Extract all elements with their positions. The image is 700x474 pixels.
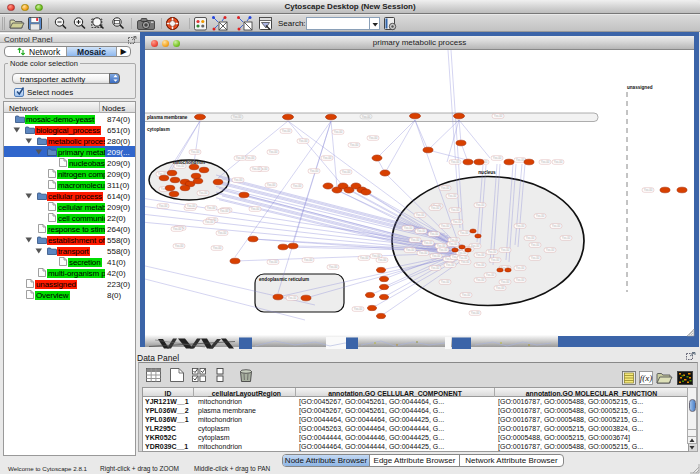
svg-text:Yxx-00: Yxx-00	[369, 136, 378, 140]
svg-text:Yxx-00: Yxx-00	[323, 156, 332, 160]
svg-text:Yxx-00: Yxx-00	[334, 130, 343, 134]
svg-text:Yxx-00: Yxx-00	[446, 263, 455, 267]
svg-text:Yxx-00: Yxx-00	[501, 280, 510, 284]
svg-text:Yxx-00: Yxx-00	[411, 238, 420, 242]
svg-text:Yxx-00: Yxx-00	[236, 156, 245, 160]
svg-text:Yxx-00: Yxx-00	[451, 208, 460, 212]
svg-text:Yxx-00: Yxx-00	[541, 160, 550, 164]
svg-text:Yxx-00: Yxx-00	[451, 160, 460, 164]
svg-text:nucleus: nucleus	[478, 170, 496, 175]
svg-text:Yxx-00: Yxx-00	[449, 242, 458, 246]
svg-text:Yxx-00: Yxx-00	[218, 231, 227, 235]
svg-text:Yxx-00: Yxx-00	[417, 229, 426, 233]
svg-text:endoplasmic reticulum: endoplasmic reticulum	[259, 277, 309, 282]
svg-text:Yxx-00: Yxx-00	[644, 188, 653, 192]
svg-text:Yxx-00: Yxx-00	[554, 160, 563, 164]
svg-text:Yxx-00: Yxx-00	[476, 263, 485, 267]
svg-text:Yxx-00: Yxx-00	[246, 156, 255, 160]
svg-text:Yxx-00: Yxx-00	[173, 227, 182, 231]
svg-text:Yxx-00: Yxx-00	[448, 194, 457, 198]
svg-text:Yxx-00: Yxx-00	[462, 293, 471, 297]
svg-text:Yxx-00: Yxx-00	[476, 278, 485, 282]
svg-text:Yxx-00: Yxx-00	[205, 220, 214, 224]
svg-text:Yxx-00: Yxx-00	[493, 156, 502, 160]
svg-text:Yxx-00: Yxx-00	[416, 213, 425, 217]
svg-text:Yxx-00: Yxx-00	[342, 170, 351, 174]
svg-text:Yxx-00: Yxx-00	[531, 256, 540, 260]
svg-text:Yxx-00: Yxx-00	[329, 265, 338, 269]
svg-text:Yxx-00: Yxx-00	[207, 206, 216, 210]
svg-text:Yxx-00: Yxx-00	[213, 246, 222, 250]
svg-text:Yxx-00: Yxx-00	[562, 236, 571, 240]
svg-text:mitochondrion: mitochondrion	[173, 160, 205, 165]
svg-text:f(x): f(x)	[640, 373, 653, 383]
svg-text:plasma membrane: plasma membrane	[147, 115, 188, 120]
svg-text:Yxx-00: Yxx-00	[299, 139, 308, 143]
svg-text:Yxx-00: Yxx-00	[362, 115, 371, 119]
svg-text:Yxx-00: Yxx-00	[282, 129, 291, 133]
svg-text:Yxx-00: Yxx-00	[441, 186, 450, 190]
svg-text:Yxx-00: Yxx-00	[293, 184, 302, 188]
svg-text:Yxx-00: Yxx-00	[536, 214, 545, 218]
svg-text:Yxx-00: Yxx-00	[175, 244, 184, 248]
svg-text:Yxx-00: Yxx-00	[220, 209, 229, 213]
svg-text:Yxx-00: Yxx-00	[531, 243, 540, 247]
svg-text:Yxx-00: Yxx-00	[476, 253, 485, 257]
svg-text:Yxx-00: Yxx-00	[234, 178, 243, 182]
svg-text:Yxx-00: Yxx-00	[191, 150, 200, 154]
svg-text:Yxx-00: Yxx-00	[252, 167, 261, 171]
svg-text:Yxx-00: Yxx-00	[439, 248, 448, 252]
svg-text:Yxx-00: Yxx-00	[304, 258, 313, 262]
svg-text:Yxx-00: Yxx-00	[354, 307, 363, 311]
svg-text:Yxx-00: Yxx-00	[552, 224, 561, 228]
svg-text:Yxx-00: Yxx-00	[378, 258, 387, 262]
svg-text:Yxx-00: Yxx-00	[431, 266, 440, 270]
svg-text:Yxx-00: Yxx-00	[269, 260, 278, 264]
svg-text:Yxx-00: Yxx-00	[432, 254, 441, 258]
svg-text:Yxx-00: Yxx-00	[476, 203, 485, 207]
svg-text:Yxx-00: Yxx-00	[516, 158, 525, 162]
svg-text:Yxx-00: Yxx-00	[441, 224, 450, 228]
svg-text:Yxx-00: Yxx-00	[516, 266, 525, 270]
svg-text:Yxx-00: Yxx-00	[310, 169, 319, 173]
svg-text:Yxx-00: Yxx-00	[494, 114, 503, 118]
svg-text:Yxx-00: Yxx-00	[441, 280, 450, 284]
svg-text:Yxx-00: Yxx-00	[496, 286, 505, 290]
svg-text:Yxx-00: Yxx-00	[526, 236, 535, 240]
svg-text:Yxx-00: Yxx-00	[501, 248, 510, 252]
svg-text:Yxx-00: Yxx-00	[267, 183, 276, 187]
svg-text:Yxx-00: Yxx-00	[360, 256, 369, 260]
svg-text:Yxx-00: Yxx-00	[460, 231, 469, 235]
svg-text:Yxx-00: Yxx-00	[159, 204, 168, 208]
svg-text:Yxx-00: Yxx-00	[199, 191, 208, 195]
svg-text:Yxx-00: Yxx-00	[491, 258, 500, 262]
svg-text:Yxx-00: Yxx-00	[187, 204, 196, 208]
svg-text:Yxx-00: Yxx-00	[459, 256, 468, 260]
svg-text:Yxx-00: Yxx-00	[546, 248, 555, 252]
svg-text:Yxx-00: Yxx-00	[461, 260, 470, 264]
svg-text:Yxx-00: Yxx-00	[269, 150, 278, 154]
svg-text:Yxx-00: Yxx-00	[424, 241, 433, 245]
svg-text:Yxx-00: Yxx-00	[488, 250, 497, 254]
svg-text:Yxx-00: Yxx-00	[350, 143, 359, 147]
svg-text:Yxx-00: Yxx-00	[233, 115, 242, 119]
svg-text:unassigned: unassigned	[627, 85, 653, 90]
svg-text:Yxx-00: Yxx-00	[288, 296, 297, 300]
svg-text:Yxx-00: Yxx-00	[406, 248, 415, 252]
svg-text:Yxx-00: Yxx-00	[516, 278, 525, 282]
svg-text:Yxx-00: Yxx-00	[453, 220, 462, 224]
svg-text:cytoplasm: cytoplasm	[147, 127, 170, 132]
svg-text:Yxx-00: Yxx-00	[430, 232, 439, 236]
svg-text:Yxx-00: Yxx-00	[419, 251, 428, 255]
svg-text:Yxx-00: Yxx-00	[251, 207, 260, 211]
svg-text:Yxx-00: Yxx-00	[486, 273, 495, 277]
svg-text:Yxx-00: Yxx-00	[404, 226, 413, 230]
svg-text:Yxx-00: Yxx-00	[471, 311, 480, 315]
svg-text:Yxx-00: Yxx-00	[516, 224, 525, 228]
svg-text:Yxx-00: Yxx-00	[431, 206, 440, 210]
